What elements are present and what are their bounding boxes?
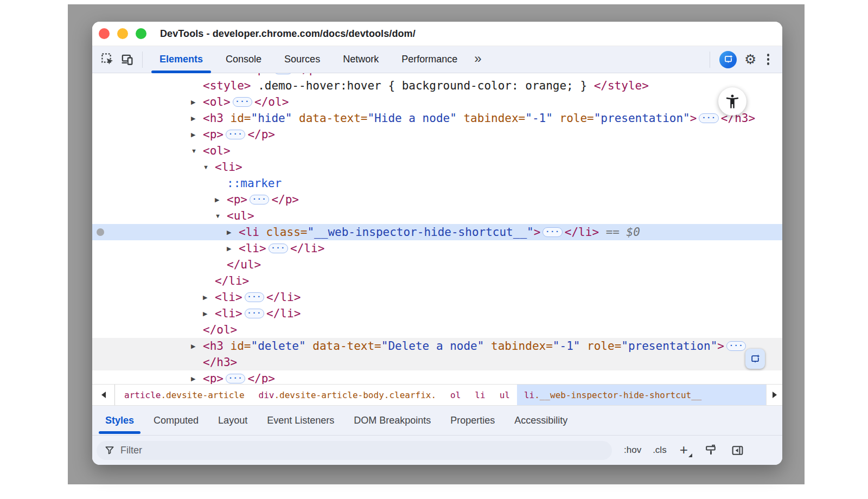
crumb-classes: .__web-inspector-hide-shortcut__ [534,390,701,400]
tab-event-listeners[interactable]: Event Listeners [257,406,344,435]
expand-arrow-icon[interactable]: ▶ [191,115,203,122]
title-bar: DevTools - developer.chrome.com/docs/dev… [92,22,782,46]
tab-styles[interactable]: Styles [95,406,144,435]
tab-properties[interactable]: Properties [441,406,505,435]
devtools-toolbar: ElementsConsoleSourcesNetworkPerformance… [92,46,782,73]
expand-inline-icon[interactable]: ··· [226,374,245,383]
dom-row[interactable]: </h3> [92,354,782,370]
new-style-rule-button[interactable]: + [680,443,691,457]
inspect-element-icon[interactable] [98,50,117,69]
expand-inline-icon[interactable]: ··· [233,97,252,107]
expand-inline-icon[interactable]: ··· [269,244,288,253]
filter-input-container[interactable] [97,441,612,460]
dom-row[interactable]: ▶<p>···</p> [92,370,782,384]
tab-computed[interactable]: Computed [144,406,208,435]
expand-inline-icon[interactable]: ··· [250,195,269,204]
close-window-button[interactable] [99,28,110,39]
expand-arrow-icon[interactable]: ▶ [215,196,227,203]
dom-row[interactable]: ▶<p>···</p> [92,73,782,78]
expand-arrow-icon[interactable]: ▶ [227,229,239,236]
toggle-sidebar-icon[interactable] [731,444,744,457]
dom-row[interactable]: ▼<li> [92,159,782,175]
tab-layout[interactable]: Layout [208,406,257,435]
expand-inline-icon[interactable]: ··· [699,113,718,123]
dom-row[interactable]: </ul> [92,257,782,273]
breadcrumb-item[interactable]: li.__web-inspector-hide-shortcut__ [517,385,766,405]
code-tag: <p> [227,193,247,206]
dom-row[interactable]: <style> .demo--hover:hover { background-… [92,78,782,94]
filter-input[interactable] [120,445,605,456]
dom-row[interactable]: ▼<ol> [92,143,782,159]
dropdown-corner-icon [688,453,692,457]
collapse-arrow-icon[interactable]: ▼ [215,213,227,219]
settings-gear-icon[interactable]: ⚙ [744,53,756,66]
ai-assistance-icon[interactable] [719,51,737,68]
expand-inline-icon[interactable]: ··· [273,73,293,74]
tab-elements[interactable]: Elements [148,46,214,73]
code-tag: </li> [266,291,301,304]
dom-row[interactable]: ▶<li class="__web-inspector-hide-shortcu… [92,224,782,240]
minimize-window-button[interactable] [117,28,128,39]
rendering-brush-icon[interactable] [704,444,718,457]
accessibility-overlay-button[interactable] [718,87,746,116]
device-toolbar-icon[interactable] [117,50,137,69]
code-val: "delete" [251,340,306,353]
breadcrumb-item[interactable]: li [468,385,492,405]
breadcrumb-item[interactable]: ol [443,385,468,405]
expand-arrow-icon[interactable]: ▶ [191,131,203,138]
expand-arrow-icon[interactable]: ▶ [203,310,215,317]
dom-row[interactable]: ▶<li>···</li> [92,289,782,305]
tab-performance[interactable]: Performance [390,46,469,73]
expand-inline-icon[interactable]: ··· [542,227,562,237]
breadcrumb-scroll-left-button[interactable] [92,385,115,405]
ask-ai-chip-button[interactable] [745,349,765,369]
tab-console[interactable]: Console [214,46,273,73]
dom-row[interactable]: ▶<h3 id="delete" data-text="Delete a nod… [92,338,782,354]
code-tag: <p> [203,372,224,384]
dom-row[interactable]: ▶<h3 id="hide" data-text="Hide a node" t… [92,110,782,126]
code-tag: </p> [247,372,275,384]
expand-inline-icon[interactable]: ··· [245,292,264,302]
tab-sources[interactable]: Sources [273,46,331,73]
tab-network[interactable]: Network [331,46,390,73]
code-tag: <h3 [203,112,224,125]
expand-arrow-icon[interactable]: ▶ [191,99,203,106]
breadcrumb-item[interactable]: ul [493,385,517,405]
more-tabs-icon[interactable]: » [469,51,487,66]
dom-row[interactable]: ▼<ul> [92,208,782,224]
dom-row[interactable]: </li> [92,273,782,289]
code-val: "__web-inspector-hide-shortcut__" [307,226,533,239]
breadcrumb-scroll-right-button[interactable] [766,385,782,405]
customize-menu-icon[interactable] [762,54,775,65]
dom-row[interactable]: </ol> [92,322,782,338]
code-tag: </ul> [227,258,261,271]
collapse-arrow-icon[interactable]: ▼ [191,148,203,154]
expand-inline-icon[interactable]: ··· [245,309,264,318]
expand-arrow-icon[interactable]: ▶ [227,245,239,252]
dom-row[interactable]: ▶<p>···</p> [92,191,782,208]
expand-inline-icon[interactable]: ··· [726,341,746,351]
filter-toggles: :hov.cls [624,445,667,456]
dom-row[interactable]: ▶<li>···</li> [92,305,782,322]
code-val: "presentation" [594,112,690,125]
dom-row[interactable]: ▶<ol>···</ol> [92,94,782,110]
code-attr: data-text= [306,340,381,353]
dom-row[interactable]: ::marker [92,175,782,191]
breadcrumb-item[interactable]: article.devsite-article [117,385,252,405]
expand-arrow-icon[interactable]: ▶ [191,343,203,350]
expand-arrow-icon[interactable]: ▶ [191,375,203,382]
breadcrumb-bar: article.devsite-articlediv.devsite-artic… [92,384,782,406]
crumb-classes: .devsite-article [161,390,244,400]
collapse-arrow-icon[interactable]: ▼ [203,164,215,170]
dom-row[interactable]: ▶<li>···</li> [92,240,782,257]
maximize-window-button[interactable] [136,28,146,39]
tab-accessibility[interactable]: Accessibility [505,406,577,435]
toggle-cls[interactable]: .cls [653,445,667,456]
dom-row[interactable]: ▶<p>···</p> [92,126,782,143]
breadcrumb-item[interactable]: div.devsite-article-body.clearfix. [252,385,444,405]
expand-inline-icon[interactable]: ··· [226,130,245,139]
tab-dom-breakpoints[interactable]: DOM Breakpoints [344,406,441,435]
code-val: "hide" [251,112,292,125]
toggle-hov[interactable]: :hov [624,445,641,456]
expand-arrow-icon[interactable]: ▶ [203,294,215,301]
